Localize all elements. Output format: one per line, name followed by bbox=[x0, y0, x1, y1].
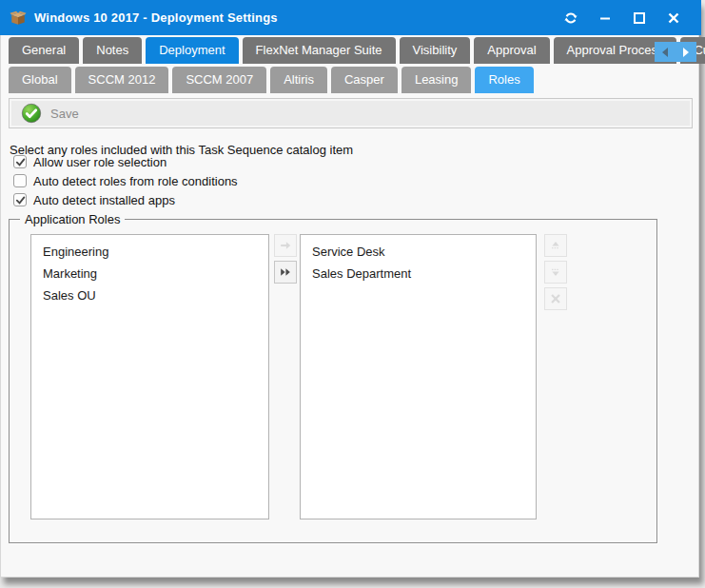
checkbox-label-auto-detect-installed-apps: Auto detect installed apps bbox=[33, 193, 175, 207]
tab-flexnet-manager-suite[interactable]: FlexNet Manager Suite bbox=[243, 37, 396, 64]
list-item-engineering[interactable]: Engineering bbox=[31, 241, 268, 263]
checkbox-group: Allow user role selectionAuto detect rol… bbox=[13, 155, 238, 206]
tab-deployment[interactable]: Deployment bbox=[146, 37, 238, 64]
save-label: Save bbox=[50, 107, 79, 121]
chevron-left-icon[interactable] bbox=[662, 48, 668, 57]
tab-scroller bbox=[655, 42, 696, 62]
checkbox-row-auto-detect-roles-from-role-conditions: Auto detect roles from role conditions bbox=[13, 174, 238, 187]
window-title: Windows 10 2017 - Deployment Settings bbox=[34, 10, 278, 25]
tab-global[interactable]: Global bbox=[9, 67, 71, 93]
save-check-icon bbox=[21, 103, 42, 124]
checkbox-auto-detect-installed-apps[interactable] bbox=[13, 193, 27, 206]
double-arrow-right-icon bbox=[279, 265, 292, 279]
tab-casper[interactable]: Casper bbox=[331, 67, 398, 93]
checkbox-row-allow-user-role-selection: Allow user role selection bbox=[13, 155, 238, 168]
list-item-sales-ou[interactable]: Sales OU bbox=[31, 284, 268, 306]
checkbox-label-auto-detect-roles-from-role-conditions: Auto detect roles from role conditions bbox=[33, 174, 238, 188]
checkbox-row-auto-detect-installed-apps: Auto detect installed apps bbox=[13, 193, 238, 206]
checkbox-label-allow-user-role-selection: Allow user role selection bbox=[33, 155, 166, 169]
refresh-icon[interactable] bbox=[560, 8, 581, 29]
tab-leasing[interactable]: Leasing bbox=[401, 67, 472, 93]
screen: Windows 10 2017 - Deployment Settings bbox=[0, 0, 705, 588]
close-icon[interactable] bbox=[663, 8, 684, 29]
toolbar: Save bbox=[9, 98, 693, 128]
arrow-right-icon bbox=[279, 239, 292, 252]
tab-sccm-2007[interactable]: SCCM 2007 bbox=[172, 67, 266, 93]
minimize-icon[interactable] bbox=[595, 8, 616, 29]
tab-sccm-2012[interactable]: SCCM 2012 bbox=[75, 67, 169, 93]
available-roles-list[interactable]: EngineeringMarketingSales OU bbox=[30, 234, 269, 519]
secondary-tab-bar: GlobalSCCM 2012SCCM 2007AltirisCasperLea… bbox=[9, 67, 697, 93]
tab-roles[interactable]: Roles bbox=[475, 67, 533, 93]
package-icon bbox=[10, 10, 27, 27]
tab-visibility[interactable]: Visibility bbox=[400, 37, 471, 64]
list-item-marketing[interactable]: Marketing bbox=[31, 263, 268, 284]
remove-x-icon bbox=[549, 292, 562, 305]
checkbox-auto-detect-roles-from-role-conditions[interactable] bbox=[13, 174, 27, 187]
arrow-up-icon bbox=[549, 239, 562, 252]
tab-approval[interactable]: Approval bbox=[474, 37, 549, 64]
move-down-button[interactable] bbox=[544, 261, 567, 284]
maximize-icon[interactable] bbox=[629, 8, 650, 29]
tab-altiris[interactable]: Altiris bbox=[270, 67, 327, 93]
tab-notes[interactable]: Notes bbox=[83, 37, 142, 64]
title-bar: Windows 10 2017 - Deployment Settings bbox=[0, 0, 701, 35]
checkbox-allow-user-role-selection[interactable] bbox=[13, 155, 27, 168]
application-roles-group: Application Roles EngineeringMarketingSa… bbox=[9, 219, 657, 543]
list-item-service-desk[interactable]: Service Desk bbox=[301, 241, 536, 263]
group-title: Application Roles bbox=[20, 212, 125, 226]
deployment-settings-window: Windows 10 2017 - Deployment Settings bbox=[0, 0, 699, 578]
list-item-sales-department[interactable]: Sales Department bbox=[301, 263, 536, 284]
window-controls bbox=[560, 8, 692, 29]
tab-general[interactable]: General bbox=[9, 37, 79, 64]
move-right-button[interactable] bbox=[274, 234, 297, 257]
order-buttons bbox=[544, 234, 567, 310]
arrow-down-icon bbox=[549, 265, 562, 279]
primary-tab-bar: GeneralNotesDeploymentFlexNet Manager Su… bbox=[9, 37, 697, 64]
transfer-buttons bbox=[274, 234, 297, 284]
move-all-right-button[interactable] bbox=[274, 261, 297, 284]
assigned-roles-list[interactable]: Service DeskSales Department bbox=[300, 234, 537, 519]
move-up-button[interactable] bbox=[544, 234, 567, 257]
chevron-right-icon[interactable] bbox=[683, 48, 689, 57]
remove-button[interactable] bbox=[544, 287, 567, 310]
save-button[interactable]: Save bbox=[21, 103, 79, 124]
